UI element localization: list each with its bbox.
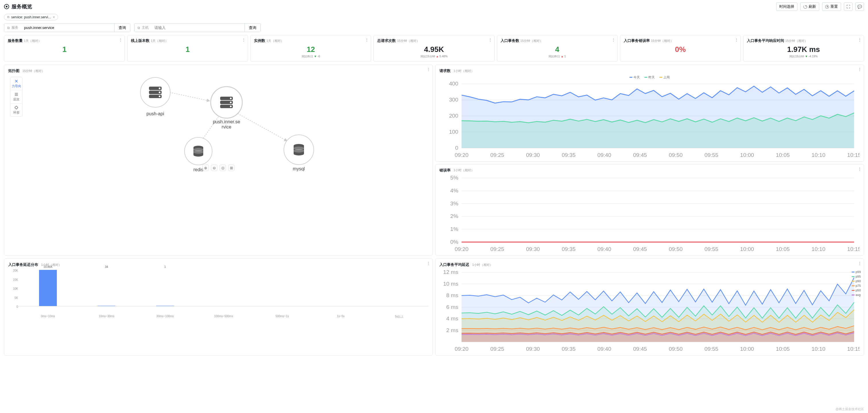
stat-requests: ⋮ 总请求次数15分钟（相对） 4.95K 同比15分钟 ▲ 5.48% xyxy=(373,35,494,62)
svg-text:10:00: 10:00 xyxy=(740,152,754,158)
time-select-button[interactable]: 时间选择 xyxy=(776,2,797,11)
svg-text:09:30: 09:30 xyxy=(526,246,540,252)
refresh-icon xyxy=(803,5,807,9)
error-chart-svg: 0%1%2%3%4%5% 09:2009:2509:3009:3509:4009… xyxy=(439,175,860,252)
svg-text:0: 0 xyxy=(455,145,458,151)
svg-text:2 ms: 2 ms xyxy=(446,327,458,333)
svg-text:2%: 2% xyxy=(451,213,458,219)
chat-button[interactable]: 💬 xyxy=(856,2,864,11)
svg-text:10:05: 10:05 xyxy=(776,246,789,252)
svg-text:5%: 5% xyxy=(451,175,458,181)
more-icon[interactable]: ⋮ xyxy=(858,261,861,266)
tag-icon: ⧉ xyxy=(137,26,140,30)
node-push-api[interactable]: push-api xyxy=(146,111,164,116)
svg-text:6 ms: 6 ms xyxy=(446,304,458,310)
svg-text:09:25: 09:25 xyxy=(490,346,504,352)
svg-text:3%: 3% xyxy=(451,200,458,206)
svg-text:09:20: 09:20 xyxy=(455,152,468,158)
svg-text:09:55: 09:55 xyxy=(704,152,718,158)
zoom-expand-button[interactable]: ⊞ xyxy=(228,165,235,171)
svg-text:09:40: 09:40 xyxy=(597,246,611,252)
more-icon[interactable]: ⋮ xyxy=(858,67,861,72)
more-icon[interactable]: ⋮ xyxy=(427,67,430,72)
reset-button[interactable]: 重置 xyxy=(822,2,841,11)
zoom-in-button[interactable]: ⊕ xyxy=(203,165,209,171)
latency-chart-svg: 2 ms4 ms6 ms8 ms10 ms12 ms 09:2009:2509:… xyxy=(439,269,860,352)
topo-layout-tools: 力导向 层次 环形 xyxy=(10,77,23,117)
filter-chip[interactable]: ⧉ service: push.inner.servi... × xyxy=(4,14,58,20)
svg-text:10:05: 10:05 xyxy=(776,152,789,158)
layout-ring[interactable]: 环形 xyxy=(10,104,22,116)
svg-text:4%: 4% xyxy=(451,187,458,194)
topology-panel: ⋮ 拓扑图15分钟（相对） 力导向 层次 环形 xyxy=(4,65,433,255)
layout-layer[interactable]: 层次 xyxy=(10,90,22,104)
zoom-out-button[interactable]: ⊖ xyxy=(211,165,217,171)
svg-text:09:35: 09:35 xyxy=(562,246,576,252)
more-icon[interactable]: ⋮ xyxy=(858,167,861,171)
logo-icon xyxy=(4,4,9,9)
svg-text:push.inner.se[interactable]: push.inner.se xyxy=(213,119,240,124)
more-icon[interactable]: ⋮ xyxy=(611,38,615,42)
node-mysql[interactable]: mysql xyxy=(293,166,305,171)
svg-text:10:00: 10:00 xyxy=(740,246,754,252)
svg-text:09:50: 09:50 xyxy=(669,152,683,158)
close-icon[interactable]: × xyxy=(53,15,55,19)
filter-icon: ⧉ xyxy=(7,15,9,19)
more-icon[interactable]: ⋮ xyxy=(365,38,369,42)
stat-versions: ⋮ 线上版本数1天（相对） 1 xyxy=(127,35,248,62)
svg-point-18 xyxy=(230,106,231,107)
service-input[interactable] xyxy=(21,24,114,32)
svg-text:09:30: 09:30 xyxy=(526,346,540,352)
layout-force[interactable]: 力导向 xyxy=(10,77,22,90)
service-query-button[interactable]: 查询 xyxy=(114,24,130,32)
svg-text:8 ms: 8 ms xyxy=(446,292,458,299)
requests-chart-svg: 0100200300400 09:2009:2509:3009:3509:400… xyxy=(439,80,860,158)
stat-service-count: ⋮ 服务数量1天（相对） 1 xyxy=(4,35,125,62)
svg-text:09:20: 09:20 xyxy=(455,346,468,352)
svg-text:10:15: 10:15 xyxy=(847,246,860,252)
svg-text:100: 100 xyxy=(449,129,458,135)
more-icon[interactable]: ⋮ xyxy=(119,38,122,42)
svg-text:09:50: 09:50 xyxy=(669,346,683,352)
more-icon[interactable]: ⋮ xyxy=(488,38,492,42)
svg-text:400: 400 xyxy=(449,80,458,87)
svg-text:10:10: 10:10 xyxy=(811,246,825,252)
svg-text:09:35: 09:35 xyxy=(562,152,576,158)
svg-point-2 xyxy=(17,107,18,108)
svg-text:10:05: 10:05 xyxy=(776,346,789,352)
svg-text:4 ms: 4 ms xyxy=(446,315,458,321)
zoom-fit-button[interactable]: ◎ xyxy=(220,165,226,171)
latency-histogram: ⋮ 入口事务延迟分布1小时（相对） 20K15K10K5K0 19.86K341… xyxy=(4,259,433,356)
svg-text:09:30: 09:30 xyxy=(526,152,540,158)
more-icon[interactable]: ⋮ xyxy=(242,38,245,42)
svg-text:09:40: 09:40 xyxy=(597,152,611,158)
svg-text:1%: 1% xyxy=(451,226,458,232)
fullscreen-button[interactable]: ⛶ xyxy=(844,2,852,11)
svg-text:09:35: 09:35 xyxy=(562,346,576,352)
host-input[interactable] xyxy=(152,24,245,32)
svg-point-0 xyxy=(15,106,18,109)
host-query-button[interactable]: 查询 xyxy=(245,24,260,32)
svg-point-11 xyxy=(159,96,160,97)
more-icon[interactable]: ⋮ xyxy=(858,38,861,42)
more-icon[interactable]: ⋮ xyxy=(735,38,738,42)
svg-text:0%: 0% xyxy=(451,239,458,245)
requests-chart: ⋮ 请求数1小时（相对） 今天 昨天 上周 0100200300400 09:2… xyxy=(435,65,864,162)
svg-point-14 xyxy=(230,98,231,99)
latency-percentile-chart: ⋮ 入口事务平均延迟1小时（相对） 2 ms4 ms6 ms8 ms10 ms1… xyxy=(435,259,864,356)
stat-txn: ⋮ 入口事务数15分钟（相对） 4 同比昨日 ▲ 1 xyxy=(497,35,618,62)
svg-text:09:50: 09:50 xyxy=(669,246,683,252)
stat-error-rate: ⋮ 入口事务错误率15分钟（相对） 0% xyxy=(620,35,741,62)
svg-text:10:00: 10:00 xyxy=(740,346,754,352)
history-icon xyxy=(825,5,829,9)
stat-instances: ⋮ 实例数1天（相对） 12 同比昨日 ▼ -6 xyxy=(250,35,371,62)
svg-text:10:15: 10:15 xyxy=(847,152,860,158)
refresh-button[interactable]: 刷新 xyxy=(800,2,819,11)
svg-text:09:55: 09:55 xyxy=(704,346,718,352)
page-title: 服务概览 xyxy=(11,3,32,10)
more-icon[interactable]: ⋮ xyxy=(427,261,430,266)
node-redis[interactable]: redis xyxy=(193,167,204,172)
svg-text:09:20: 09:20 xyxy=(455,246,468,252)
svg-point-3 xyxy=(14,107,16,108)
node-push-inner-service[interactable]: rvice xyxy=(222,125,231,129)
